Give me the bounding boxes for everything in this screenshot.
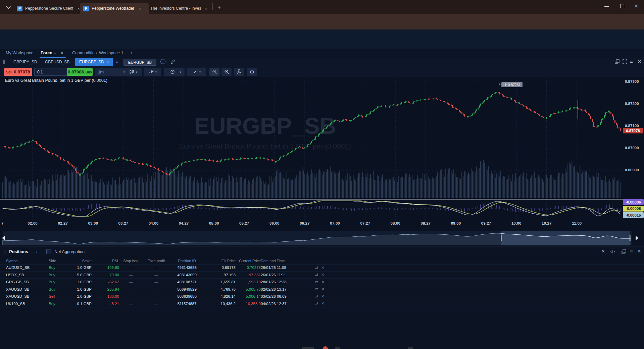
close-icon[interactable]: × [106, 60, 108, 64]
close-icon[interactable]: × [61, 51, 63, 55]
cell-stop-loss: — [119, 273, 143, 277]
chart-tab-eurgbp[interactable]: EURGBP_SB× [75, 58, 113, 66]
chart-tab-gbpusd[interactable]: GBPUSD_SB [41, 58, 73, 66]
position-row[interactable]: GRG.GB_SBBuy1.0 GBP-62.62——4981087211,65… [0, 279, 644, 286]
reverse-position-icon[interactable]: ⇄ [315, 301, 318, 305]
drag-handle-icon[interactable]: ⣿ [3, 250, 6, 253]
buy-button[interactable]: 0.87086Buy [67, 68, 93, 76]
panel-menu-icon[interactable]: ≡ [630, 59, 633, 64]
column-header[interactable]: Fill Price [204, 259, 236, 263]
browser-tab-2[interactable]: P Pepperstone Webtrader - Trade × [80, 3, 149, 14]
position-row[interactable]: XAUUSD_SBBuy1.0 GBP235.94——5069495294,76… [0, 286, 644, 293]
positions-column-headers: SymbolSideStakeP&LStop lossTake profitPo… [0, 257, 644, 265]
app-nav-bar: P Chart Positions Watchlist Portfolio▾ T… [0, 30, 644, 49]
timeframe-dropdown[interactable]: 1m ▾ [95, 68, 128, 76]
cell-stake: 1.0 GBP [68, 280, 92, 284]
stake-input[interactable]: 0.1 ▾ [34, 68, 71, 76]
cell-symbol: XAUUSD_SB [6, 287, 49, 291]
column-header[interactable]: Stop loss [119, 259, 143, 263]
time-tick: 10:27 [542, 221, 551, 225]
panel-menu-icon[interactable]: ≡ [630, 248, 633, 254]
close-position-icon[interactable]: ✕ [321, 266, 324, 270]
close-position-icon[interactable]: ✕ [321, 301, 324, 305]
oscillator-value-badge: -0.00015 [623, 212, 644, 218]
column-header[interactable]: Date and Time [261, 259, 311, 263]
cell-pnl: -180.00 [92, 294, 119, 298]
workspace-tab-workspace1[interactable]: Workspace 1 [99, 51, 123, 55]
new-tab-button[interactable]: + [217, 4, 221, 11]
reverse-position-icon[interactable]: ⇄ [315, 266, 318, 270]
add-workspace-button[interactable]: + [130, 50, 133, 56]
reverse-position-icon[interactable]: ⇄ [315, 287, 318, 291]
close-position-icon[interactable]: ✕ [321, 280, 324, 284]
positions-rows: AUDUSD_SBBuy1.0 GBP109.90——4931436850.69… [0, 264, 644, 307]
workspace-tab-my-workspace[interactable]: My Workspace [6, 51, 33, 55]
chart-canvas[interactable]: 02:0002:2703:0003:2704:0004:2705:0005:27… [0, 77, 644, 246]
window-minimize-button[interactable]: — [599, 0, 614, 12]
drawing-tools-dropdown[interactable]: ▾ [187, 68, 206, 76]
column-header[interactable]: P&L [92, 259, 119, 263]
fullscreen-icon[interactable] [623, 59, 627, 65]
zoom-out-button[interactable] [209, 68, 219, 76]
popout-icon[interactable] [615, 59, 620, 65]
clear-icon[interactable]: ✕ [601, 249, 605, 254]
add-chart-button[interactable]: + [115, 59, 118, 65]
strategy-tester-button[interactable] [234, 68, 244, 76]
column-header[interactable]: Side [49, 259, 68, 263]
chart-panel: EURGBP_SB Euro vs Great Britain Pound. b… [0, 77, 644, 246]
sell-button[interactable]: Sell0.87078 [4, 68, 32, 76]
window-close-button[interactable]: ✕ [629, 0, 644, 12]
window-maximize-button[interactable] [614, 0, 630, 12]
close-icon[interactable]: × [139, 6, 141, 11]
position-row[interactable]: XAUUSD_SBSell1.0 GBP-180.00——5086396804,… [0, 293, 644, 300]
column-header[interactable]: Stake [68, 259, 92, 263]
popout-icon[interactable] [622, 249, 626, 255]
indicators-dropdown[interactable]: ▾ [144, 68, 161, 76]
symbol-search-input[interactable]: EURGBP_SB [123, 59, 156, 66]
position-row[interactable]: UK100_SBBuy0.1 GBP-8.21——51157488710,436… [0, 300, 644, 308]
cell-stake: 5.0 GBP [68, 273, 92, 277]
close-icon[interactable]: × [205, 6, 207, 11]
tab-search-button[interactable] [4, 4, 13, 11]
oscillator-value-badge: -0.00008 [623, 206, 644, 212]
position-row[interactable]: USDX_SBBuy5.0 GBP79.00——49314369997.1939… [0, 272, 644, 279]
time-tick: 05:27 [239, 221, 249, 225]
positions-panel: ⣿ Positions + Net Aggregation ✕ ≡ ✕ Symb… [0, 246, 644, 349]
close-icon[interactable]: ✕ [637, 59, 642, 65]
column-header[interactable]: Current Price [236, 259, 261, 263]
close-icon[interactable]: ✕ [637, 248, 641, 254]
taskbar-notification-dot [323, 346, 328, 349]
browser-tab-3[interactable]: The Investors Centre - Investing × [147, 3, 215, 14]
workspace-tab-forex[interactable]: Forex [41, 51, 52, 55]
workspace-tab-menu-icon[interactable]: ≡ [54, 51, 56, 55]
chart-type-dropdown[interactable]: ▾ [125, 68, 142, 76]
zoom-in-button[interactable] [221, 68, 232, 76]
time-tick: 09:00 [451, 221, 461, 225]
position-row[interactable]: AUDUSD_SBBuy1.0 GBP109.90——4931436850.69… [0, 264, 644, 272]
column-header[interactable]: Position ID [170, 259, 204, 263]
chart-settings-button[interactable]: ⚙ [247, 68, 257, 76]
column-header[interactable]: Symbol [6, 259, 49, 263]
reverse-position-icon[interactable]: ⇄ [315, 273, 318, 277]
browser-tab-1[interactable]: P Pepperstone Secure Client × [13, 3, 84, 14]
split-view-icon[interactable] [610, 249, 615, 255]
cell-symbol: AUDUSD_SB [6, 266, 49, 270]
reverse-position-icon[interactable]: ⇄ [315, 280, 318, 284]
time-settings-dropdown[interactable]: ▾ [164, 68, 185, 76]
drag-handle-icon[interactable]: ⣿ [3, 60, 5, 64]
close-position-icon[interactable]: ✕ [321, 294, 324, 298]
info-icon[interactable]: i [160, 59, 165, 64]
link-icon[interactable] [170, 59, 175, 65]
column-header[interactable]: Take profit [143, 259, 170, 263]
add-positions-tab-button[interactable]: + [36, 249, 39, 254]
cell-take-profit: — [143, 273, 170, 277]
workspace-tab-commodities[interactable]: Commodities [72, 51, 97, 55]
net-aggregation-checkbox[interactable] [46, 249, 51, 254]
close-position-icon[interactable]: ✕ [321, 287, 324, 291]
reverse-position-icon[interactable]: ⇄ [315, 294, 318, 298]
close-icon[interactable]: × [77, 6, 80, 11]
cell-current-price: 5,005.70 [236, 287, 261, 291]
tab-divider [212, 3, 213, 10]
chart-tab-gbpjpy[interactable]: GBPJPY_SB [9, 58, 41, 66]
close-position-icon[interactable]: ✕ [321, 273, 324, 277]
